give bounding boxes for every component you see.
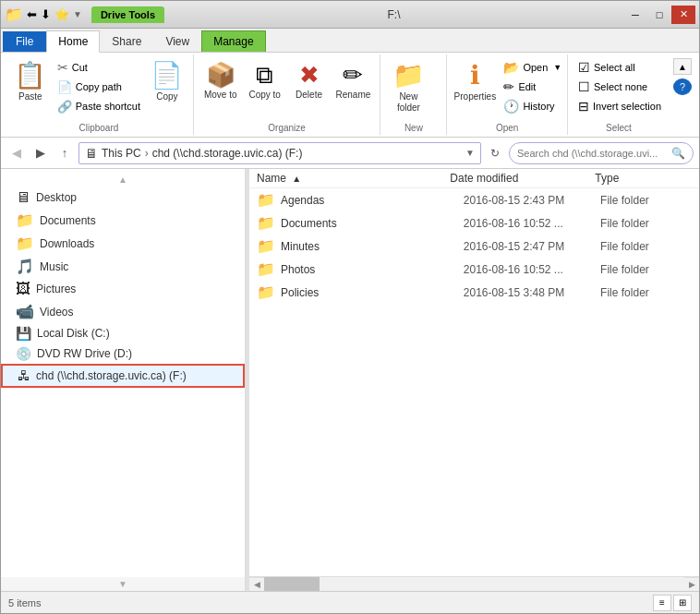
search-box[interactable]: 🔍 [509,142,694,164]
tab-home[interactable]: Home [46,30,100,53]
ribbon-group-open: ℹ Properties 📂 Open ▼ ✏ Edit 🕐 [447,54,568,135]
tab-share[interactable]: Share [100,30,153,52]
videos-label: Videos [40,306,73,319]
paste-button[interactable]: 📋 Paste [10,58,51,107]
h-scroll-left[interactable]: ◀ [249,577,264,592]
ribbon-tabs: File Home Share View Manage [1,29,699,53]
rename-label: Rename [336,90,371,101]
copy-path-button[interactable]: 📄 Copy path [53,78,145,96]
clipboard-group-label: Clipboard [5,123,193,133]
details-view-button[interactable]: ≡ [653,595,671,611]
h-scroll-right[interactable]: ▶ [684,577,699,592]
quick-access-icon1: ⬅ [27,7,37,21]
forward-button[interactable]: ▶ [30,143,51,163]
nav-scroll-up[interactable]: ▲ [1,173,245,187]
title-bar: 📁 ⬅ ⬇ ⭐ ▼ Drive Tools F:\ ─ □ ✕ [1,1,699,29]
path-drive: chd (\\chd.storage.uvic.ca) (F:) [152,147,303,160]
copy-path-label: Copy path [76,81,122,92]
nav-item-local-disk[interactable]: 💾 Local Disk (C:) [1,323,245,343]
file-name: Photos [281,263,464,276]
file-row[interactable]: 📁 Agendas 2016-08-15 2:43 PM File folder [249,188,699,211]
local-disk-label: Local Disk (C:) [37,327,110,340]
nav-item-dvd-drive[interactable]: 💿 DVD RW Drive (D:) [1,343,245,364]
nav-item-pictures[interactable]: 🖼 Pictures [1,278,245,300]
copy-to-icon: ⧉ [256,63,273,87]
nav-scroll-down[interactable]: ▼ [1,577,245,591]
nav-item-network-drive[interactable]: 🖧 chd (\\chd.storage.uvic.ca) (F:) [1,364,245,388]
open-button[interactable]: 📂 Open ▼ [499,58,566,77]
dvd-drive-icon: 💿 [16,346,31,361]
move-to-button[interactable]: 📦 Move to [199,58,242,105]
file-row[interactable]: 📁 Documents 2016-08-16 10:52 ... File fo… [249,211,699,235]
move-to-label: Move to [204,90,237,101]
invert-selection-label: Invert selection [593,101,661,112]
search-input[interactable] [517,148,668,159]
file-date: 2016-08-16 10:52 ... [464,217,600,230]
select-none-label: Select none [594,81,647,92]
properties-label: Properties [454,91,497,102]
nav-item-downloads[interactable]: 📁 Downloads [1,232,245,255]
window: 📁 ⬅ ⬇ ⭐ ▼ Drive Tools F:\ ─ □ ✕ File Hom… [0,0,700,614]
copy-button[interactable]: 📄 Copy [147,58,187,107]
path-dropdown-icon[interactable]: ▼ [465,148,475,158]
open-content: ℹ Properties 📂 Open ▼ ✏ Edit 🕐 [453,58,561,131]
nav-item-desktop[interactable]: 🖥 Desktop [1,187,245,209]
paste-shortcut-button[interactable]: 🔗 Paste shortcut [53,97,145,115]
close-button[interactable]: ✕ [671,6,695,24]
file-date: 2016-08-15 2:47 PM [464,240,600,253]
edit-label: Edit [518,81,536,92]
search-icon: 🔍 [671,147,685,160]
large-icons-view-button[interactable]: ⊞ [673,595,692,611]
select-none-button[interactable]: ☐ Select none [573,78,666,96]
file-row[interactable]: 📁 Minutes 2016-08-15 2:47 PM File folder [249,235,699,258]
history-button[interactable]: 🕐 History [499,97,566,115]
documents-icon: 📁 [16,211,34,229]
select-all-button[interactable]: ☑ Select all [573,58,666,77]
address-path[interactable]: 🖥 This PC › chd (\\chd.storage.uvic.ca) … [78,142,481,164]
col-header-name[interactable]: Name ▲ [257,172,450,185]
tab-manage[interactable]: Manage [201,30,265,52]
new-folder-label: New folder [389,91,428,114]
rename-button[interactable]: ✏ Rename [332,58,374,105]
open-dropdown-icon[interactable]: ▼ [553,63,561,72]
ribbon-collapse-button[interactable]: ▲ [673,58,692,75]
rename-icon: ✏ [343,63,363,87]
h-scrollbar[interactable] [264,577,684,591]
maximize-button[interactable]: □ [647,6,671,24]
tab-view[interactable]: View [153,30,201,52]
nav-item-videos[interactable]: 📹 Videos [1,300,245,323]
ribbon-group-select: ☑ Select all ☐ Select none ⊟ Invert sele… [568,54,670,135]
downloads-icon: 📁 [16,235,34,252]
h-scrollbar-thumb[interactable] [264,577,320,591]
nav-item-documents[interactable]: 📁 Documents [1,209,245,232]
cut-button[interactable]: ✂ Cut [53,58,145,77]
paste-shortcut-icon: 🔗 [57,100,72,114]
file-type: File folder [600,240,692,253]
refresh-button[interactable]: ↻ [485,143,505,163]
status-view-buttons: ≡ ⊞ [653,595,692,611]
col-header-date[interactable]: Date modified [450,172,595,185]
properties-button[interactable]: ℹ Properties [453,58,497,107]
tab-file[interactable]: File [3,31,46,52]
file-date: 2016-08-16 10:52 ... [464,263,600,276]
file-row[interactable]: 📁 Policies 2016-08-15 3:48 PM File folde… [249,281,699,304]
file-row[interactable]: 📁 Photos 2016-08-16 10:52 ... File folde… [249,258,699,281]
window-title: F:\ [164,8,623,21]
copy-to-button[interactable]: ⧉ Copy to [244,58,286,105]
up-button[interactable]: ↑ [54,143,75,163]
col-header-type[interactable]: Type [595,172,692,185]
edit-button[interactable]: ✏ Edit [499,78,566,96]
ribbon-group-organize: 📦 Move to ⧉ Copy to ✖ Delete ✏ Rename Or… [194,54,381,135]
invert-selection-button[interactable]: ⊟ Invert selection [573,97,666,115]
file-panel-scrollbar-area: ◀ ▶ [249,576,699,591]
paste-shortcut-label: Paste shortcut [76,101,140,112]
drive-tools-tab[interactable]: Drive Tools [91,6,164,23]
ribbon-right-controls: ▲ ? [673,58,692,95]
new-folder-button[interactable]: 📁 New folder [386,58,430,118]
nav-item-music[interactable]: 🎵 Music [1,255,245,278]
quick-access-dropdown[interactable]: ▼ [73,9,82,19]
back-button[interactable]: ◀ [6,143,27,163]
ribbon-help-button[interactable]: ? [673,78,692,95]
minimize-button[interactable]: ─ [623,6,647,24]
delete-button[interactable]: ✖ Delete [288,58,331,105]
